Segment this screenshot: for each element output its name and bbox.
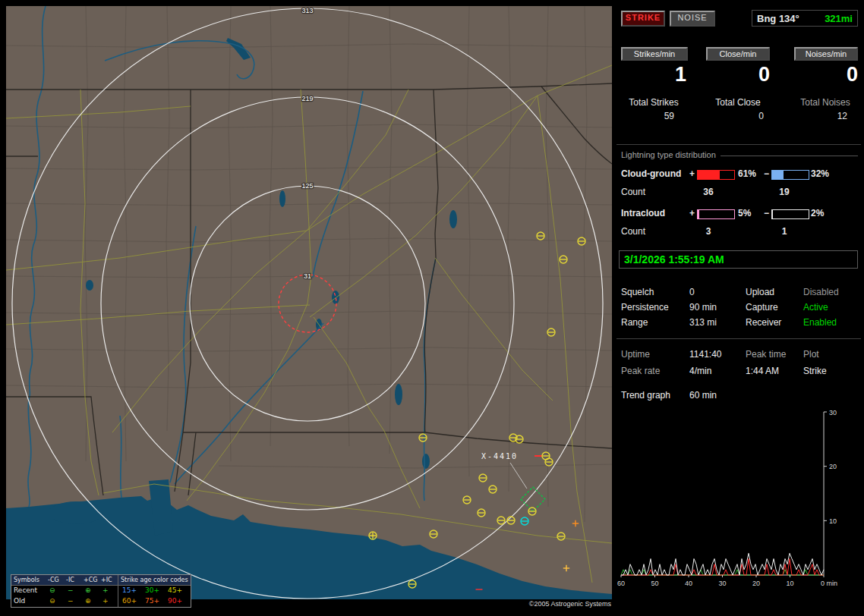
ic-plus-count: 3 bbox=[697, 226, 720, 237]
receiver-label: Receiver bbox=[746, 317, 781, 328]
intracloud-label: Intracloud bbox=[621, 208, 665, 218]
legend-col-ic-pos: +IC bbox=[101, 576, 112, 584]
ring-label-125: 125 bbox=[301, 182, 313, 190]
legend-age-code: 90+ bbox=[168, 597, 182, 605]
total-strikes-value: 59 bbox=[621, 111, 674, 121]
ic-count-label: Count bbox=[621, 226, 645, 237]
cg-minus-count: 19 bbox=[771, 187, 797, 197]
total-noises-label: Total Noises bbox=[790, 97, 861, 108]
total-noises-value: 12 bbox=[791, 111, 847, 121]
close-per-min-button[interactable]: Close/min bbox=[706, 47, 770, 61]
capture-status: Active bbox=[803, 302, 828, 313]
trend-window-value: 60 min bbox=[689, 390, 717, 401]
legend-age-code: 15+ bbox=[122, 586, 137, 595]
separator bbox=[616, 144, 861, 145]
strike-symbol-cgp bbox=[369, 532, 377, 539]
legend-col-cg-pos: +CG bbox=[84, 576, 98, 584]
ic-minus-sign: − bbox=[764, 208, 769, 218]
header-rule bbox=[721, 156, 858, 159]
peak-time-label: Peak time bbox=[746, 349, 786, 360]
peak-time-value: 1:44 AM bbox=[746, 366, 779, 376]
legend-symbols-header: Symbols bbox=[14, 576, 39, 584]
legend-age-code: 75+ bbox=[145, 597, 159, 605]
bearing-distance: 321mi bbox=[825, 13, 853, 24]
legend-age-code: 45+ bbox=[168, 586, 182, 595]
trend-y-tick-label: 10 bbox=[829, 517, 837, 525]
separator bbox=[616, 338, 861, 339]
strikestar-app: { "map": { "ring_labels": ["313", "219",… bbox=[0, 0, 864, 616]
legend-divider bbox=[118, 575, 118, 607]
noises-per-min-button[interactable]: Noises/min bbox=[794, 47, 858, 61]
legend-symbol-glyph: + bbox=[102, 597, 109, 605]
ic-minus-pct: 2% bbox=[811, 208, 824, 218]
bearing-display: Bng 134° 321mi bbox=[752, 10, 858, 27]
uptime-label: Uptime bbox=[621, 349, 650, 360]
cg-plus-sign: + bbox=[689, 168, 695, 179]
peak-rate-value: 4/min bbox=[689, 366, 711, 376]
squelch-value: 0 bbox=[689, 287, 695, 297]
ic-plus-sign: + bbox=[689, 208, 695, 218]
legend-symbol-glyph: ⊕ bbox=[85, 586, 91, 595]
uptime-value: 1141:40 bbox=[689, 349, 722, 360]
cg-plus-pct: 61% bbox=[738, 168, 756, 179]
ring-label-313: 313 bbox=[301, 7, 313, 14]
range-label: Range bbox=[621, 317, 648, 328]
trend-x-tick-label: 10 bbox=[786, 580, 793, 587]
distribution-header: Lightning type distribution bbox=[621, 150, 716, 159]
bearing-value: Bng 134° bbox=[757, 13, 799, 24]
squelch-label: Squelch bbox=[621, 287, 654, 297]
trend-chart: 3020106050403020100 min bbox=[616, 407, 861, 610]
legend-symbol-glyph: ⊕ bbox=[85, 597, 91, 605]
cg-minus-bar bbox=[771, 170, 809, 180]
legend-header: Symbols -CG -IC +CG +IC Strike age color… bbox=[11, 575, 191, 586]
cg-plus-count: 36 bbox=[697, 187, 720, 197]
lightning-map[interactable]: 313 219 125 31 X-4410 bbox=[6, 6, 612, 599]
total-close-value: 0 bbox=[706, 111, 764, 121]
ring-label-31: 31 bbox=[304, 272, 311, 280]
symbol-legend: Symbols -CG -IC +CG +IC Strike age color… bbox=[11, 574, 191, 608]
ic-minus-count: 1 bbox=[771, 226, 797, 237]
legend-symbol-glyph: − bbox=[68, 586, 74, 595]
legend-row-label: Recent bbox=[14, 586, 37, 595]
legend-row-label: Old bbox=[14, 597, 25, 605]
cg-plus-bar bbox=[697, 170, 735, 180]
ic-plus-bar bbox=[697, 209, 735, 219]
trend-graph-label: Trend graph bbox=[621, 390, 670, 401]
cg-minus-pct: 32% bbox=[811, 168, 829, 179]
range-value: 313 mi bbox=[689, 317, 717, 328]
status-panel: STRIKE NOISE Bng 134° 321mi Strikes/min … bbox=[616, 6, 861, 610]
ring-label-219: 219 bbox=[301, 95, 313, 102]
cg-count-label: Count bbox=[621, 187, 645, 197]
legend-age-code: 30+ bbox=[145, 586, 159, 595]
trend-x-tick-label: 30 bbox=[718, 580, 726, 587]
legend-symbol-glyph: ⊖ bbox=[49, 597, 55, 605]
receiver-status: Enabled bbox=[803, 317, 837, 328]
peak-rate-label: Peak rate bbox=[621, 366, 660, 376]
legend-symbol-glyph: + bbox=[102, 586, 109, 595]
ic-minus-bar bbox=[771, 209, 809, 219]
trend-x-tick-label: 60 bbox=[617, 580, 625, 587]
noise-mode-button[interactable]: NOISE bbox=[670, 11, 715, 27]
strikes-per-min-button[interactable]: Strikes/min bbox=[621, 47, 688, 61]
legend-symbol-glyph: − bbox=[68, 597, 74, 605]
legend-age-header: Strike age color codes bbox=[121, 576, 188, 584]
legend-col-cg-neg: -CG bbox=[48, 576, 59, 584]
trend-y-tick-label: 20 bbox=[829, 463, 837, 470]
strike-mode-button[interactable]: STRIKE bbox=[621, 11, 665, 27]
close-per-min-value: 0 bbox=[706, 62, 770, 86]
trend-x-tick-label: 50 bbox=[651, 580, 658, 587]
legend-col-ic-neg: -IC bbox=[66, 576, 74, 584]
upload-status: Disabled bbox=[803, 287, 839, 297]
plot-mode-value: Strike bbox=[803, 366, 827, 376]
total-close-label: Total Close bbox=[702, 97, 774, 108]
total-strikes-label: Total Strikes bbox=[621, 97, 686, 108]
persistence-label: Persistence bbox=[621, 302, 669, 313]
ic-plus-pct: 5% bbox=[738, 208, 751, 218]
distribution-header-row: Lightning type distribution bbox=[621, 150, 858, 159]
legend-age-code: 60+ bbox=[122, 597, 137, 605]
trend-x-tick-label: 40 bbox=[685, 580, 692, 587]
noises-per-min-value: 0 bbox=[794, 62, 858, 86]
strikes-per-min-value: 1 bbox=[621, 62, 686, 86]
map-svg: 313 219 125 31 X-4410 bbox=[6, 6, 612, 599]
cloud-ground-label: Cloud-ground bbox=[621, 168, 681, 179]
